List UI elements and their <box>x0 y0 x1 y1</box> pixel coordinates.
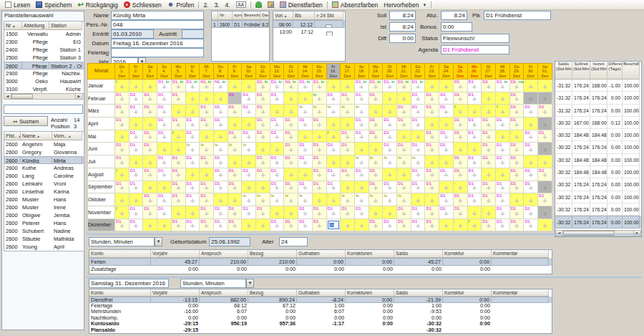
calendar-cell[interactable]: D1+ <box>200 155 214 168</box>
calendar-cell[interactable]: -+ <box>185 105 200 117</box>
calendar-cell[interactable]: D1+ <box>411 143 425 155</box>
calendar-cell[interactable]: D1+ <box>411 206 425 219</box>
month-stat-row[interactable]: -30:32176:24176:240.00100.00 <box>555 203 641 216</box>
calendar-cell[interactable]: D1+ <box>509 181 524 193</box>
calendar-cell[interactable]: -+ <box>200 92 214 105</box>
calendar-cell[interactable]: f+ <box>326 130 341 143</box>
calendar-cell[interactable]: D1+ <box>157 117 172 130</box>
calendar-cell[interactable]: D1+ <box>157 193 172 206</box>
calendar-cell[interactable]: D1+ <box>453 155 467 168</box>
calendar-cell[interactable]: -+ <box>213 92 228 105</box>
calendar-cell[interactable]: fe+ <box>397 193 411 206</box>
calendar-cell[interactable]: D1+ <box>284 117 298 130</box>
calendar-cell[interactable]: fe+ <box>242 143 256 155</box>
calendar-cell[interactable]: -+ <box>242 181 256 193</box>
day-header[interactable]: Mo12.Dez <box>270 64 284 80</box>
calendar-cell[interactable]: D1+ <box>354 130 369 143</box>
calendar-cell[interactable]: D1+ <box>228 92 242 105</box>
agenda-field[interactable]: D1 Frühdienst <box>441 45 509 54</box>
calendar-cell[interactable]: D1+ <box>256 117 270 130</box>
calendar-cell[interactable]: D1, kr+ <box>354 80 369 92</box>
calendar-cell[interactable]: D1+ <box>171 193 185 206</box>
calendar-cell[interactable]: D1+ <box>228 105 242 117</box>
calendar-cell[interactable]: -+ <box>341 117 355 130</box>
column-header[interactable]: Dauer <box>260 11 269 20</box>
calendar-cell[interactable]: f+ <box>115 80 130 92</box>
calendar-cell[interactable]: + <box>524 92 538 105</box>
calendar-cell[interactable]: D1+ <box>200 206 214 219</box>
calendar-cell[interactable]: -+ <box>439 117 454 130</box>
calendar-cell[interactable]: D1+ <box>482 155 496 168</box>
calendar-cell[interactable]: -+ <box>425 80 439 92</box>
calendar-cell[interactable]: -+ <box>185 92 200 105</box>
calendar-cell[interactable]: -+ <box>256 219 270 231</box>
month-label[interactable]: August <box>88 168 115 181</box>
month-label[interactable]: November <box>88 206 115 219</box>
calendar-cell[interactable]: D1+ <box>270 155 284 168</box>
calendar-cell[interactable]: f+ <box>171 130 185 143</box>
calendar-cell[interactable]: D1+ <box>326 168 341 181</box>
day-header[interactable]: Mi28.Dez <box>495 64 509 80</box>
month-label[interactable]: Dezember <box>88 219 115 231</box>
calendar-cell[interactable]: D1+ <box>495 219 509 231</box>
calendar-cell[interactable]: D1+ <box>270 117 284 130</box>
calendar-cell[interactable]: D1+ <box>242 130 256 143</box>
calendar-cell[interactable]: D1, kr+ <box>383 80 397 92</box>
calendar-cell[interactable]: D1+ <box>397 117 411 130</box>
calendar-cell[interactable]: D1+ <box>482 219 496 231</box>
calendar-cell[interactable]: fe+ <box>256 193 270 206</box>
calendar-cell[interactable]: D1+ <box>341 206 355 219</box>
calendar-cell[interactable]: D1+ <box>171 92 185 105</box>
calendar-cell[interactable]: D1+ <box>129 181 143 193</box>
calendar-cell[interactable]: D1+ <box>312 143 326 155</box>
calendar-cell[interactable]: -+ <box>524 117 538 130</box>
balance-date-field[interactable]: Samstag 31. Dezember 2016 <box>89 279 169 288</box>
calendar-cell[interactable]: f+ <box>115 206 130 219</box>
calendar-cell[interactable]: -+ <box>482 206 496 219</box>
calendar-cell[interactable]: D1+ <box>326 143 341 155</box>
calendar-cell[interactable]: D1+ <box>453 92 467 105</box>
calendar-cell[interactable]: D1, kr+ <box>171 80 185 92</box>
calendar-cell[interactable]: fe+ <box>369 155 383 168</box>
calendar-cell[interactable]: D1+ <box>129 130 143 143</box>
calendar-cell[interactable]: fe+ <box>270 193 284 206</box>
calendar-cell[interactable]: D1+ <box>354 206 369 219</box>
station-row[interactable]: 2400PflegeStation 1 <box>4 46 84 54</box>
calendar-cell[interactable]: D1, kr+ <box>495 80 509 92</box>
calendar-cell[interactable]: -+ <box>482 92 496 105</box>
calendar-cell[interactable]: -+ <box>171 105 185 117</box>
calendar-cell[interactable]: + <box>538 92 552 105</box>
calendar-cell[interactable]: -+ <box>397 130 411 143</box>
calendar-cell[interactable]: D1+ <box>453 117 467 130</box>
account-row[interactable]: Dienstfrei-13:15882:00890:24-8:240:00-21… <box>89 297 552 303</box>
person-row[interactable]: 2600KutheAndreas <box>4 164 84 172</box>
column-header[interactable]: Vorjahr <box>151 250 200 258</box>
calendar-cell[interactable]: -+ <box>397 168 411 181</box>
calendar-cell[interactable]: D1+ <box>312 168 326 181</box>
calendar-cell[interactable]: D1+ <box>312 181 326 193</box>
calendar-cell[interactable]: -+ <box>341 80 355 92</box>
person-row[interactable]: 2600PetererHans <box>4 219 84 227</box>
calendar-cell[interactable]: D1, kr+ <box>312 80 326 92</box>
cell-edit-box[interactable]: D1 <box>328 221 340 230</box>
calendar-cell[interactable]: D1+ <box>185 155 200 168</box>
calendar-cell[interactable]: D1+ <box>185 193 200 206</box>
calendar-cell[interactable]: -+ <box>425 155 439 168</box>
calendar-cell[interactable]: D1+ <box>129 206 143 219</box>
column-header[interactable]: Plst.. ▲ <box>4 132 21 140</box>
calendar-cell[interactable]: D1+ <box>524 206 538 219</box>
month-label[interactable]: Oktober <box>88 193 115 206</box>
calendar-cell[interactable]: D1+ <box>383 219 397 231</box>
account-row[interactable]: Nachtkomp.0:000:000:000:000:000:000:00 <box>89 315 552 322</box>
calendar-cell[interactable]: fe+ <box>242 193 256 206</box>
calendar-cell[interactable]: D1+ <box>298 219 313 231</box>
calendar-cell[interactable]: D1, kr+ <box>411 80 425 92</box>
account-row[interactable]: Ferien45:27210:00210:000:000:0045:270:00 <box>89 258 552 266</box>
unit-mid-dropdown-icon[interactable]: ▼ <box>155 237 162 246</box>
calendar-cell[interactable]: D1+ <box>185 130 200 143</box>
calendar-cell[interactable]: D1+ <box>213 168 228 181</box>
calendar-cell[interactable]: D1+ <box>143 130 157 143</box>
calendar-cell[interactable]: D1+ <box>298 117 313 130</box>
calendar-cell[interactable]: D1+ <box>524 143 538 155</box>
calendar-cell[interactable]: D1+ <box>129 105 143 117</box>
